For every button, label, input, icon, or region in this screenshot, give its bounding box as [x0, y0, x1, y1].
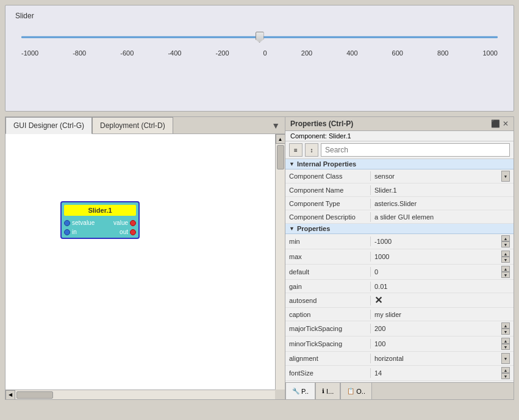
spin-down-default[interactable]: ▼	[501, 272, 510, 278]
section-header-props[interactable]: ▼ Properties	[285, 224, 514, 234]
port-right-group: value out	[113, 219, 136, 235]
prop-row-max: max 1000 ▲ ▼	[285, 249, 514, 265]
port-value[interactable]: value	[113, 219, 136, 226]
prop-spinner-fontsize[interactable]: ▲ ▼	[501, 367, 510, 379]
tab-icon-info: ℹ	[322, 388, 324, 394]
prop-row-major-tick: majorTickSpacing 200 ▲ ▼	[285, 321, 514, 336]
prop-spinner-minor-tick[interactable]: ▲ ▼	[501, 338, 510, 350]
vertical-scrollbar[interactable]: ▲ ▼	[275, 134, 285, 399]
prop-row-min: min -1000 ▲ ▼	[285, 234, 514, 249]
tick-label: 800	[437, 49, 448, 57]
prop-value-component-type: asterics.Slider	[371, 199, 514, 208]
bottom-tab-label-o: O..	[356, 388, 365, 395]
tick-label: 400	[346, 49, 357, 57]
tick-label: -600	[120, 49, 134, 57]
props-bottom-tabs: 🔧 P.. ℹ I... 📋 O..	[285, 382, 514, 399]
prop-dropdown-component-class[interactable]: ▼	[501, 171, 510, 182]
port-out[interactable]: out	[113, 229, 136, 235]
scroll-thumb-vertical[interactable]	[277, 145, 284, 169]
prop-name-major-tick: majorTickSpacing	[285, 324, 371, 333]
tick-label: 1000	[482, 49, 497, 57]
port-dot-setvalue	[64, 220, 70, 226]
port-in[interactable]: in	[64, 229, 95, 235]
spin-down-min[interactable]: ▼	[501, 241, 510, 247]
slider-track-wrapper[interactable]	[21, 31, 498, 43]
spin-up-major-tick[interactable]: ▲	[501, 322, 510, 329]
props-tool-list-button[interactable]: ≡	[289, 143, 302, 157]
prop-value-caption: my slider	[371, 310, 514, 319]
port-label-setvalue: setvalue	[72, 219, 95, 226]
tab-gui-designer[interactable]: GUI Designer (Ctrl-G)	[5, 117, 92, 134]
horizontal-scrollbar[interactable]: ◀ ▶	[5, 390, 285, 399]
spin-up-min[interactable]: ▲	[501, 235, 510, 241]
bottom-tab-output[interactable]: 📋 O..	[340, 383, 372, 399]
prop-value-default[interactable]: 0 ▲ ▼	[371, 265, 514, 279]
prop-row-component-desc: Component Descriptio a slider GUI elemen	[285, 210, 514, 224]
prop-value-max[interactable]: 1000 ▲ ▼	[371, 249, 514, 264]
tab-bar: GUI Designer (Ctrl-G) Deployment (Ctrl-D…	[5, 117, 285, 134]
prop-value-major-tick[interactable]: 200 ▲ ▼	[371, 321, 514, 336]
search-input[interactable]	[321, 143, 510, 157]
spin-down-fontsize[interactable]: ▼	[501, 373, 510, 379]
section-arrow-internal: ▼	[289, 161, 295, 167]
prop-spinner-max[interactable]: ▲ ▼	[501, 251, 510, 263]
prop-name-component-desc: Component Descriptio	[285, 212, 371, 222]
tab-deployment[interactable]: Deployment (Ctrl-D)	[92, 117, 173, 133]
prop-name-autosend: autosend	[285, 296, 371, 305]
prop-value-autosend[interactable]: ✕	[371, 293, 514, 307]
tick-label: -200	[215, 49, 229, 57]
scroll-up-button[interactable]: ▲	[276, 134, 285, 144]
props-header-right: ⬛ ✕	[491, 119, 509, 128]
props-close-button[interactable]: ✕	[503, 119, 509, 128]
bottom-tab-info[interactable]: ℹ I...	[315, 383, 340, 399]
spin-up-fontsize[interactable]: ▲	[501, 367, 510, 373]
scroll-corner	[275, 390, 285, 399]
prop-value-fontsize[interactable]: 14 ▲ ▼	[371, 366, 514, 380]
prop-value-min[interactable]: -1000 ▲ ▼	[371, 234, 514, 249]
gui-designer-panel: GUI Designer (Ctrl-G) Deployment (Ctrl-D…	[5, 116, 285, 400]
scroll-thumb-horizontal[interactable]	[16, 391, 53, 399]
scroll-left-button[interactable]: ◀	[5, 390, 15, 400]
port-left-group: setvalue in	[64, 219, 95, 235]
prop-value-component-class: sensor ▼	[371, 169, 514, 183]
spin-down-minor-tick[interactable]: ▼	[501, 344, 510, 350]
prop-row-component-class: Component Class sensor ▼	[285, 169, 514, 183]
spin-up-max[interactable]: ▲	[501, 251, 510, 257]
component-label: Component: Slider.1	[290, 132, 351, 140]
scroll-track-vertical	[276, 171, 285, 390]
tab-pin-button[interactable]: ▼	[267, 117, 285, 133]
prop-spinner-default[interactable]: ▲ ▼	[501, 266, 510, 278]
tab-spacer	[173, 117, 267, 133]
tick-label: 600	[392, 49, 403, 57]
spin-down-major-tick[interactable]: ▼	[501, 329, 510, 335]
prop-row-alignment: alignment horizontal ▼	[285, 352, 514, 366]
designer-canvas[interactable]: ▲ ▼ Slider.1 setvalue in	[5, 134, 285, 399]
slider-title: Slider	[15, 12, 504, 20]
component-block[interactable]: Slider.1 setvalue in	[60, 201, 140, 239]
prop-row-autosend: autosend ✕	[285, 293, 514, 308]
prop-row-component-type: Component Type asterics.Slider	[285, 197, 514, 210]
port-setvalue[interactable]: setvalue	[64, 219, 95, 226]
prop-row-component-name: Component Name Slider.1	[285, 183, 514, 197]
spin-down-max[interactable]: ▼	[501, 257, 510, 263]
spin-up-default[interactable]: ▲	[501, 266, 510, 272]
port-dot-in	[64, 229, 70, 235]
prop-spinner-min[interactable]: ▲ ▼	[501, 235, 510, 247]
prop-dropdown-alignment[interactable]: ▼	[501, 353, 510, 364]
spin-up-minor-tick[interactable]: ▲	[501, 338, 510, 344]
checkbox-autosend[interactable]: ✕	[374, 294, 382, 306]
tick-label: 200	[301, 49, 312, 57]
prop-row-gain: gain 0.01	[285, 280, 514, 293]
props-pin-button[interactable]: ⬛	[491, 119, 500, 128]
prop-name-min: min	[285, 237, 371, 246]
props-panel-title: Properties (Ctrl-P)	[290, 119, 353, 128]
prop-spinner-major-tick[interactable]: ▲ ▼	[501, 322, 510, 335]
section-header-internal[interactable]: ▼ Internal Properties	[285, 159, 514, 169]
prop-name-component-type: Component Type	[285, 199, 371, 208]
prop-value-minor-tick[interactable]: 100 ▲ ▼	[371, 336, 514, 351]
bottom-tab-properties[interactable]: 🔧 P..	[285, 383, 315, 399]
prop-value-gain: 0.01	[371, 282, 514, 291]
slider-thumb[interactable]	[256, 32, 264, 43]
props-tool-sort-button[interactable]: ↕	[305, 143, 318, 157]
prop-name-gain: gain	[285, 282, 371, 291]
